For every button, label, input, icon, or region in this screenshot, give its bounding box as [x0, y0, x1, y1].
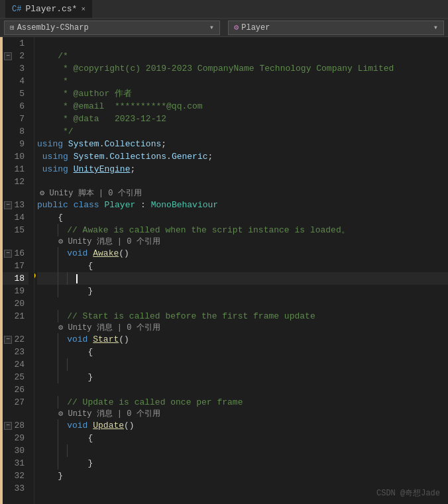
code-line-7: * @data 2023-12-12 — [37, 113, 448, 125]
code-line-30 — [37, 444, 448, 457]
code-line-6: * @email **********@qq.com — [37, 100, 448, 113]
line-num-2: − 2 — [3, 50, 28, 62]
code-line-27: // Update is called once per frame — [37, 396, 448, 409]
line-num-9: 9 — [3, 138, 28, 150]
code-line-10: using System.Collections.Generic; — [37, 150, 448, 163]
line-num-hint-update — [3, 409, 28, 419]
line-num-29: 29 — [3, 432, 28, 444]
line-num-15: 15 — [3, 224, 28, 236]
assembly-dropdown-icon: ▾ — [209, 23, 214, 32]
class-label: Player — [241, 23, 270, 32]
code-line-29: { — [37, 432, 448, 444]
class-selector-icon: ⚙ — [234, 23, 239, 32]
line-num-19: 19 — [3, 285, 28, 297]
code-line-18[interactable]: 💡 — [37, 272, 448, 285]
hint-unity-update: ⚙ Unity 消息 | 0 个引用 — [37, 409, 448, 419]
assembly-label: Assembly-CSharp — [17, 23, 89, 32]
lightbulb-icon: 💡 — [34, 272, 38, 285]
code-line-28: void Update() — [37, 419, 448, 432]
tab-close-button[interactable]: × — [81, 5, 85, 13]
line-num-3: 3 — [3, 62, 28, 75]
code-line-4: * — [37, 75, 448, 87]
line-num-10: 10 — [3, 150, 28, 163]
class-dropdown-icon: ▾ — [433, 23, 438, 32]
line-num-33: 33 — [3, 482, 28, 495]
code-line-3: * @copyright(c) 2019-2023 CompanyName Te… — [37, 62, 448, 75]
code-line-23: { — [37, 346, 448, 358]
line-num-12: 12 — [3, 176, 28, 188]
line-num-17: 17 — [3, 260, 28, 272]
line-num-hint-awake — [3, 236, 28, 247]
fold-marker-2[interactable]: − — [4, 52, 12, 60]
line-num-31: 31 — [3, 457, 28, 470]
assembly-icon: ⊞ — [10, 23, 15, 32]
code-line-21: // Start is called before the first fram… — [37, 310, 448, 323]
code-line-2: /* — [37, 50, 448, 62]
line-num-28: − 28 — [3, 419, 28, 432]
line-num-20: 20 — [3, 297, 28, 310]
line-num-4: 4 — [3, 75, 28, 87]
line-num-hint-start — [3, 323, 28, 333]
line-num-11: 11 — [3, 163, 28, 176]
cursor — [76, 274, 78, 283]
line-numbers: 1 − 2 3 4 5 6 7 8 9 10 11 12 − 13 14 15 … — [3, 37, 34, 504]
code-line-32: } — [37, 470, 448, 482]
code-line-16: void Awake() — [37, 247, 448, 260]
file-tab[interactable]: C# Player.cs* × — [5, 0, 92, 18]
code-line-5: * @author 作者 — [37, 87, 448, 100]
code-line-9: using System.Collections; — [37, 138, 448, 150]
tab-label: Player.cs* — [25, 4, 77, 14]
line-num-5: 5 — [3, 87, 28, 100]
fold-marker-28[interactable]: − — [4, 422, 12, 430]
line-num-16: − 16 — [3, 247, 28, 260]
editor: 1 − 2 3 4 5 6 7 8 9 10 11 12 − 13 14 15 … — [0, 37, 448, 504]
fold-marker-22[interactable]: − — [4, 336, 12, 344]
code-line-15: // Awake is called when the script insta… — [37, 224, 448, 236]
fold-marker-13[interactable]: − — [4, 201, 12, 209]
line-num-22: − 22 — [3, 333, 28, 346]
line-num-24: 24 — [3, 358, 28, 371]
line-num-18: 18 — [3, 272, 28, 285]
code-line-31: } — [37, 457, 448, 470]
line-num-13: − 13 — [3, 199, 28, 211]
line-num-30: 30 — [3, 444, 28, 457]
code-line-12 — [37, 176, 448, 188]
code-line-22: void Start() — [37, 333, 448, 346]
assembly-selector[interactable]: ⊞ Assembly-CSharp ▾ — [4, 21, 220, 35]
code-area[interactable]: /* * @copyright(c) 2019-2023 CompanyName… — [34, 37, 448, 504]
title-bar: C# Player.cs* × — [0, 0, 448, 19]
line-num-6: 6 — [3, 100, 28, 113]
code-line-24 — [37, 358, 448, 371]
code-line-20 — [37, 297, 448, 310]
line-num-14: 14 — [3, 211, 28, 224]
line-num-hint-class — [3, 188, 28, 199]
line-num-21: 21 — [3, 310, 28, 323]
line-num-1: 1 — [3, 37, 28, 50]
line-num-8: 8 — [3, 125, 28, 138]
code-line-26 — [37, 383, 448, 396]
hint-unity-start: ⚙ Unity 消息 | 0 个引用 — [37, 323, 448, 333]
code-line-13: public class Player : MonoBehaviour — [37, 199, 448, 211]
code-line-8: */ — [37, 125, 448, 138]
line-num-25: 25 — [3, 371, 28, 383]
hint-unity-class: ⚙ Unity 脚本 | 0 个引用 — [37, 188, 448, 199]
selector-bar: ⊞ Assembly-CSharp ▾ ⚙ Player ▾ — [0, 19, 448, 37]
code-line-25: } — [37, 371, 448, 383]
file-icon: C# — [12, 5, 21, 14]
line-num-23: 23 — [3, 346, 28, 358]
code-line-14: { — [37, 211, 448, 224]
code-line-19: } — [37, 285, 448, 297]
code-line-1 — [37, 37, 448, 50]
line-num-27: 27 — [3, 396, 28, 409]
hint-unity-awake: ⚙ Unity 消息 | 0 个引用 — [37, 236, 448, 247]
code-line-17: { — [37, 260, 448, 272]
line-num-32: 32 — [3, 470, 28, 482]
line-num-7: 7 — [3, 113, 28, 125]
line-num-26: 26 — [3, 383, 28, 396]
class-selector[interactable]: ⚙ Player ▾ — [228, 21, 444, 35]
code-line-11: using UnityEngine; — [37, 163, 448, 176]
watermark: CSDN @奇想Jade — [376, 487, 440, 499]
fold-marker-16[interactable]: − — [4, 250, 12, 258]
